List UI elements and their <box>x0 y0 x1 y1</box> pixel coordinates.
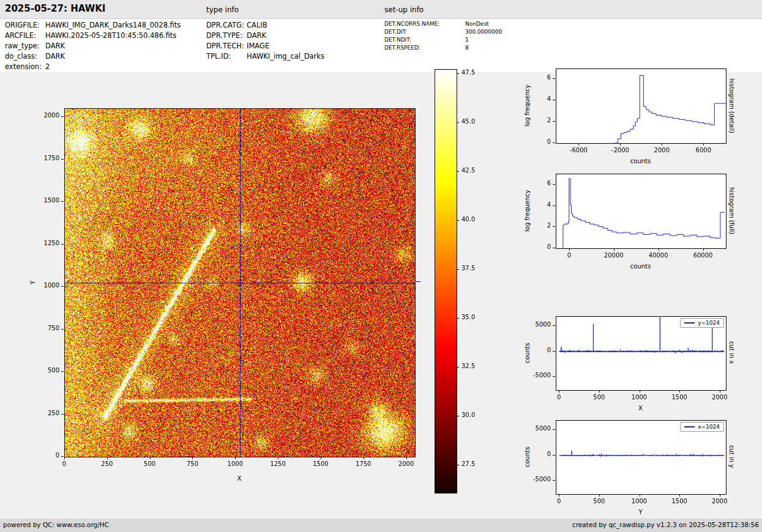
tick-label: 1000 <box>18 282 59 289</box>
tick-label: 2000 <box>698 498 741 504</box>
meta-value: 1 <box>465 37 469 43</box>
tick-mark <box>679 390 680 393</box>
tick-label: 250 <box>18 410 59 416</box>
legend-cut-y: x=1024 <box>680 422 724 432</box>
meta-label: extension: <box>5 62 42 71</box>
tick-mark <box>457 269 459 270</box>
colorbar-frame-canvas <box>435 70 457 493</box>
tick-label: 1250 <box>256 460 299 467</box>
tick-mark <box>61 329 64 330</box>
tick-mark <box>703 143 704 146</box>
tick-label: 0 <box>18 452 59 459</box>
tick-label: 40000 <box>637 252 680 259</box>
tick-label: 0 <box>509 347 551 353</box>
tick-label: 0 <box>537 498 580 504</box>
legend-line-swatch <box>684 322 695 323</box>
tick-mark <box>235 457 236 459</box>
tick-label: -2000 <box>599 147 641 153</box>
tick-mark <box>553 121 555 122</box>
cut-in-y-x-label: Y <box>556 509 725 515</box>
tick-label: 20000 <box>592 252 635 259</box>
tick-label: 0 <box>509 451 551 457</box>
tick-label: 1250 <box>18 240 59 246</box>
meta-value: 8 <box>465 45 469 51</box>
footer-left-text: powered by QC: www.eso.org/HC <box>3 521 109 528</box>
page-title: 2025-05-27: HAWKI <box>5 3 105 14</box>
tick-mark <box>457 220 459 221</box>
tick-mark <box>64 457 65 459</box>
tick-mark <box>61 116 64 117</box>
tick-label: 500 <box>578 394 621 401</box>
tick-label: 4 <box>509 95 551 102</box>
meta-label: DET.NDIT: <box>384 37 411 43</box>
tick-label: -5000 <box>509 372 551 379</box>
tick-label: 2 <box>509 222 551 229</box>
tick-mark <box>107 457 108 459</box>
tick-label: 42.5 <box>461 167 486 174</box>
tick-mark <box>61 244 64 245</box>
tick-label: 30.0 <box>461 412 486 418</box>
chart-3-canvas <box>556 421 726 494</box>
tick-label: 35.0 <box>461 314 486 320</box>
tick-mark <box>61 414 64 415</box>
meta-value: DARK <box>45 42 65 50</box>
tick-label: 27.5 <box>461 460 486 467</box>
header-bar: 2025-05-27: HAWKI type info set-up info <box>0 0 762 19</box>
dark-frame-image <box>64 108 416 457</box>
tick-label: 37.5 <box>461 265 486 272</box>
main-image-frame-canvas <box>65 109 415 457</box>
meta-value: HAWKI_img_cal_Darks <box>247 52 324 61</box>
tick-mark <box>406 457 407 459</box>
tick-mark <box>553 325 555 326</box>
tick-label: 2000 <box>18 112 59 119</box>
meta-value: HAWKI.2025-05-28T10:45:50.486.fits <box>45 31 176 40</box>
tick-mark <box>457 171 459 172</box>
tick-label: 32.5 <box>461 363 486 369</box>
meta-value: HAWKI_IMG_DARK_Darks148_0028.fits <box>45 21 181 29</box>
tick-mark <box>599 390 600 393</box>
tick-mark <box>599 494 600 497</box>
tick-label: 6 <box>509 74 551 81</box>
tick-label: 45.0 <box>461 118 486 125</box>
meta-label: TPL.ID: <box>206 52 231 61</box>
tick-mark <box>457 416 459 416</box>
meta-value: DARK <box>247 31 266 40</box>
meta-value: DARK <box>45 52 65 61</box>
main-x-axis-label: X <box>64 475 414 482</box>
histogram-detail-x-label: counts <box>556 158 725 164</box>
tick-mark <box>553 100 555 100</box>
tick-mark <box>659 248 659 251</box>
tick-label: 500 <box>129 460 171 467</box>
tick-mark <box>553 226 555 227</box>
cut-in-x-title: cut in x <box>728 314 735 392</box>
tick-label: -5000 <box>509 476 551 482</box>
tick-mark <box>61 201 64 202</box>
tick-mark <box>559 390 559 393</box>
tick-label: 500 <box>578 498 621 504</box>
tick-label: 1750 <box>342 460 385 467</box>
tick-label: 250 <box>86 460 129 467</box>
meta-label: DPR.TYPE: <box>206 31 242 40</box>
setup-info-label: set-up info <box>384 6 424 14</box>
meta-label: DPR.TECH: <box>206 42 244 50</box>
colorbar <box>435 69 457 493</box>
tick-label: 5000 <box>509 425 551 432</box>
meta-label: DET.NCORRS.NAME: <box>384 21 439 27</box>
tick-label: 0 <box>509 243 551 250</box>
tick-mark <box>553 142 555 143</box>
tick-label: 0 <box>43 460 86 467</box>
tick-label: 6000 <box>682 147 725 153</box>
qc-report-page: 2025-05-27: HAWKI type info set-up info … <box>0 0 762 532</box>
tick-mark <box>703 248 704 251</box>
legend-cut-x: y=1024 <box>680 318 724 328</box>
meta-value: IMAGE <box>247 42 269 50</box>
tick-label: 47.5 <box>461 69 486 76</box>
tick-mark <box>150 457 151 459</box>
tick-label: 750 <box>171 460 214 467</box>
tick-mark <box>578 143 579 146</box>
histogram-full-chart <box>556 174 727 249</box>
histogram-full-title: histogram (full) <box>728 171 735 251</box>
histogram-detail-chart <box>556 68 727 144</box>
tick-mark <box>553 78 555 79</box>
tick-mark <box>192 457 193 459</box>
